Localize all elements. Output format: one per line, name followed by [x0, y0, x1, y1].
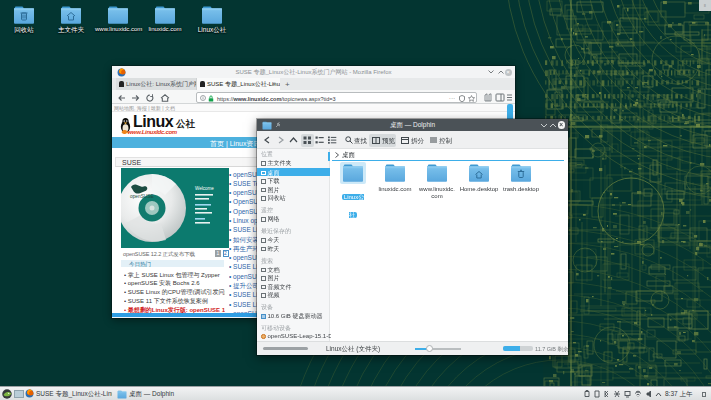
svg-text:Welcome: Welcome [195, 186, 214, 191]
svg-text:openSUSE: openSUSE [130, 194, 154, 199]
